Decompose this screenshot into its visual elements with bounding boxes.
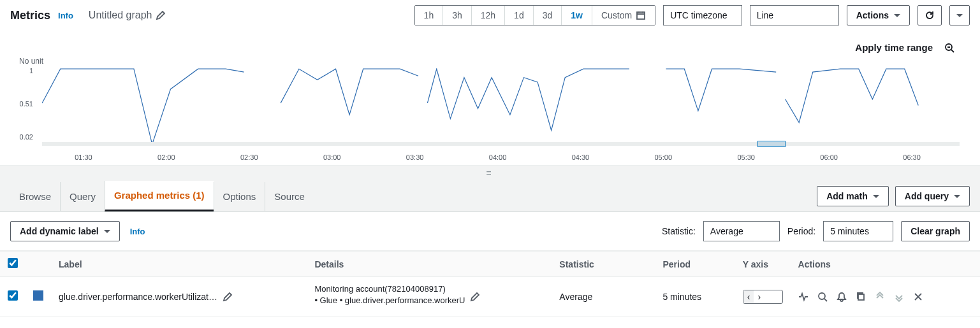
close-icon[interactable]: [913, 292, 923, 302]
clear-graph-button[interactable]: Clear graph: [901, 221, 970, 241]
series-color-swatch[interactable]: [33, 290, 43, 301]
caret-down-icon: [104, 230, 110, 233]
table-header-row: Label Details Statistic Period Y axis Ac…: [0, 252, 980, 277]
page-title: Metrics: [10, 9, 50, 22]
plot-region[interactable]: [42, 68, 960, 146]
time-selection-box[interactable]: [757, 141, 785, 147]
caret-down-icon: [956, 14, 963, 17]
more-button[interactable]: [949, 5, 970, 25]
timerange-12h[interactable]: 12h: [471, 6, 504, 25]
controls-row: Add dynamic label Info Statistic: Averag…: [0, 212, 980, 251]
timerange-1d[interactable]: 1d: [504, 6, 533, 25]
y-axis-label: No unit: [19, 57, 43, 66]
table-row: glue.driver.performance.workerUtilizat… …: [0, 277, 980, 317]
search-icon[interactable]: [817, 292, 828, 302]
caret-down-icon: [954, 195, 960, 198]
row-actions: [798, 292, 972, 302]
refresh-button[interactable]: [918, 5, 942, 25]
x-tick: 06:30: [903, 153, 921, 161]
col-details: Details: [307, 252, 552, 277]
x-tick: 05:00: [655, 153, 673, 161]
period-label: Period:: [787, 226, 815, 236]
tab-source[interactable]: Source: [265, 182, 314, 211]
edit-icon[interactable]: [156, 10, 166, 20]
row-checkbox[interactable]: [8, 290, 18, 301]
copy-icon[interactable]: [856, 292, 866, 302]
add-math-button[interactable]: Add math: [817, 186, 889, 206]
x-tick: 04:00: [489, 153, 507, 161]
header-toolbar: Metrics Info Untitled graph 1h 3h 12h 1d…: [0, 0, 980, 31]
line-series: [42, 68, 960, 146]
row-details-line1: Monitoring account(782104008917): [314, 283, 465, 295]
calendar-icon: [636, 10, 646, 20]
tab-options[interactable]: Options: [214, 182, 265, 211]
zoom-reset-icon[interactable]: [944, 43, 954, 53]
info-link[interactable]: Info: [130, 227, 145, 236]
row-period-select[interactable]: 5 minutes: [662, 292, 727, 302]
edit-icon[interactable]: [470, 292, 480, 302]
x-tick: 02:00: [157, 153, 175, 161]
info-link[interactable]: Info: [58, 11, 73, 20]
tab-query[interactable]: Query: [60, 182, 105, 211]
yaxis-right[interactable]: ›: [754, 290, 764, 303]
row-statistic-select[interactable]: Average: [559, 292, 647, 302]
timerange-3h[interactable]: 3h: [442, 6, 471, 25]
y-tick: 0.51: [14, 100, 33, 108]
caret-down-icon: [873, 195, 879, 198]
col-statistic: Statistic: [552, 252, 655, 277]
col-label: Label: [51, 252, 307, 277]
x-tick: 05:30: [737, 153, 755, 161]
svg-point-2: [819, 293, 825, 299]
chart[interactable]: No unit 1 0.51 0.02 01:3002:0002:3003:00…: [10, 57, 970, 165]
timerange-3d[interactable]: 3d: [533, 6, 562, 25]
statistic-select[interactable]: Average: [703, 221, 780, 241]
y-tick: 0.02: [14, 133, 33, 141]
timerange-1w[interactable]: 1w: [561, 6, 592, 25]
edit-icon[interactable]: [223, 292, 233, 302]
x-tick: 06:00: [820, 153, 838, 161]
x-tick: 01:30: [75, 153, 92, 161]
chart-type-label: Line: [757, 10, 773, 20]
move-up-icon[interactable]: [875, 292, 885, 302]
tab-graphed-metrics[interactable]: Graphed metrics (1): [105, 181, 214, 211]
x-tick: 04:30: [572, 153, 590, 161]
graph-title-text: Untitled graph: [89, 10, 152, 21]
y-tick: 1: [14, 67, 33, 75]
timezone-select[interactable]: UTC timezone: [663, 5, 742, 25]
baseline: [42, 142, 960, 146]
row-label: glue.driver.performance.workerUtilizat…: [59, 292, 217, 302]
x-tick: 03:30: [406, 153, 424, 161]
tabs-row: Browse Query Graphed metrics (1) Options…: [0, 181, 980, 212]
period-select[interactable]: 5 minutes: [823, 221, 893, 241]
svg-rect-0: [637, 12, 645, 19]
actions-button[interactable]: Actions: [847, 5, 910, 25]
time-range-selector: 1h 3h 12h 1d 3d 1w Custom: [414, 5, 656, 25]
graph-title[interactable]: Untitled graph: [89, 10, 166, 21]
col-period: Period: [655, 252, 735, 277]
timerange-1h[interactable]: 1h: [415, 6, 443, 25]
yaxis-left[interactable]: ‹: [743, 290, 754, 303]
x-tick: 02:30: [240, 153, 258, 161]
col-yaxis: Y axis: [735, 252, 791, 277]
caret-down-icon: [894, 14, 900, 17]
chart-type-select[interactable]: Line: [750, 5, 839, 25]
row-details-line2: • Glue • glue.driver.performance.workerU: [314, 295, 465, 306]
tab-browse[interactable]: Browse: [10, 182, 60, 211]
timerange-custom[interactable]: Custom: [592, 6, 655, 25]
svg-rect-3: [858, 294, 864, 300]
refresh-icon: [925, 10, 935, 20]
metrics-table: Label Details Statistic Period Y axis Ac…: [0, 251, 980, 317]
move-down-icon[interactable]: [894, 292, 904, 302]
chart-area: Apply time range No unit 1 0.51 0.02 01:…: [0, 31, 980, 165]
add-dynamic-label-button[interactable]: Add dynamic label: [10, 221, 120, 241]
activity-icon[interactable]: [798, 292, 808, 302]
timezone-label: UTC timezone: [670, 10, 727, 20]
add-query-button[interactable]: Add query: [895, 186, 970, 206]
select-all-checkbox[interactable]: [8, 258, 18, 268]
col-actions: Actions: [791, 252, 980, 277]
x-tick: 03:00: [323, 153, 341, 161]
yaxis-toggle[interactable]: ‹ ›: [743, 290, 783, 304]
alarm-icon[interactable]: [837, 292, 847, 302]
apply-time-range-button[interactable]: Apply time range: [855, 42, 933, 53]
resize-handle[interactable]: =: [0, 165, 980, 181]
